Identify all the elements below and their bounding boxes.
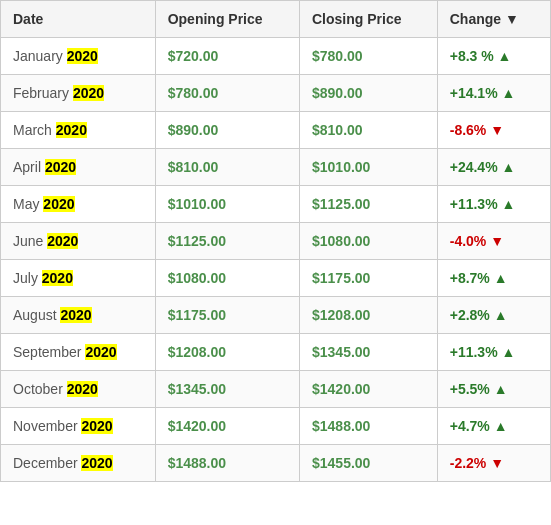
year-highlight: 2020 <box>43 196 74 212</box>
year-highlight: 2020 <box>60 307 91 323</box>
cell-change: +5.5% <box>437 371 550 408</box>
table-row: May 2020$1010.00$1125.00+11.3% <box>1 186 551 223</box>
year-highlight: 2020 <box>67 48 98 64</box>
cell-closing: $1175.00 <box>299 260 437 297</box>
cell-date: December 2020 <box>1 445 156 482</box>
cell-opening: $1488.00 <box>155 445 299 482</box>
cell-closing: $890.00 <box>299 75 437 112</box>
table-row: February 2020$780.00$890.00+14.1% <box>1 75 551 112</box>
cell-opening: $1080.00 <box>155 260 299 297</box>
cell-change: +24.4% <box>437 149 550 186</box>
table-row: January 2020$720.00$780.00+8.3 % <box>1 38 551 75</box>
header-date: Date <box>1 1 156 38</box>
cell-closing: $1345.00 <box>299 334 437 371</box>
year-highlight: 2020 <box>56 122 87 138</box>
table-row: April 2020$810.00$1010.00+24.4% <box>1 149 551 186</box>
cell-date: October 2020 <box>1 371 156 408</box>
cell-opening: $1208.00 <box>155 334 299 371</box>
cell-opening: $720.00 <box>155 38 299 75</box>
table-row: March 2020$890.00$810.00-8.6% <box>1 112 551 149</box>
cell-date: February 2020 <box>1 75 156 112</box>
cell-closing: $780.00 <box>299 38 437 75</box>
cell-opening: $1420.00 <box>155 408 299 445</box>
cell-date: May 2020 <box>1 186 156 223</box>
table-row: June 2020$1125.00$1080.00-4.0% <box>1 223 551 260</box>
cell-date: November 2020 <box>1 408 156 445</box>
cell-opening: $780.00 <box>155 75 299 112</box>
table-row: December 2020$1488.00$1455.00-2.2% <box>1 445 551 482</box>
cell-date: September 2020 <box>1 334 156 371</box>
price-table: Date Opening Price Closing Price Change … <box>0 0 551 482</box>
table-row: August 2020$1175.00$1208.00+2.8% <box>1 297 551 334</box>
table-row: July 2020$1080.00$1175.00+8.7% <box>1 260 551 297</box>
header-change: Change ▼ <box>437 1 550 38</box>
cell-closing: $1125.00 <box>299 186 437 223</box>
cell-date: January 2020 <box>1 38 156 75</box>
cell-date: July 2020 <box>1 260 156 297</box>
cell-opening: $1010.00 <box>155 186 299 223</box>
year-highlight: 2020 <box>73 85 104 101</box>
cell-closing: $1420.00 <box>299 371 437 408</box>
table-row: October 2020$1345.00$1420.00+5.5% <box>1 371 551 408</box>
cell-date: June 2020 <box>1 223 156 260</box>
year-highlight: 2020 <box>81 455 112 471</box>
year-highlight: 2020 <box>42 270 73 286</box>
cell-opening: $1345.00 <box>155 371 299 408</box>
cell-opening: $890.00 <box>155 112 299 149</box>
cell-change: +4.7% <box>437 408 550 445</box>
year-highlight: 2020 <box>81 418 112 434</box>
cell-closing: $810.00 <box>299 112 437 149</box>
cell-closing: $1455.00 <box>299 445 437 482</box>
cell-change: +8.3 % <box>437 38 550 75</box>
cell-opening: $1125.00 <box>155 223 299 260</box>
cell-opening: $1175.00 <box>155 297 299 334</box>
cell-date: March 2020 <box>1 112 156 149</box>
table-row: November 2020$1420.00$1488.00+4.7% <box>1 408 551 445</box>
cell-closing: $1208.00 <box>299 297 437 334</box>
table-row: September 2020$1208.00$1345.00+11.3% <box>1 334 551 371</box>
header-opening: Opening Price <box>155 1 299 38</box>
cell-closing: $1080.00 <box>299 223 437 260</box>
header-closing: Closing Price <box>299 1 437 38</box>
cell-change: +11.3% <box>437 186 550 223</box>
year-highlight: 2020 <box>67 381 98 397</box>
cell-change: +14.1% <box>437 75 550 112</box>
cell-change: +8.7% <box>437 260 550 297</box>
cell-date: August 2020 <box>1 297 156 334</box>
cell-date: April 2020 <box>1 149 156 186</box>
year-highlight: 2020 <box>47 233 78 249</box>
cell-change: -8.6% <box>437 112 550 149</box>
cell-change: +2.8% <box>437 297 550 334</box>
cell-closing: $1010.00 <box>299 149 437 186</box>
cell-change: -4.0% <box>437 223 550 260</box>
cell-change: +11.3% <box>437 334 550 371</box>
cell-opening: $810.00 <box>155 149 299 186</box>
year-highlight: 2020 <box>85 344 116 360</box>
cell-closing: $1488.00 <box>299 408 437 445</box>
cell-change: -2.2% <box>437 445 550 482</box>
year-highlight: 2020 <box>45 159 76 175</box>
